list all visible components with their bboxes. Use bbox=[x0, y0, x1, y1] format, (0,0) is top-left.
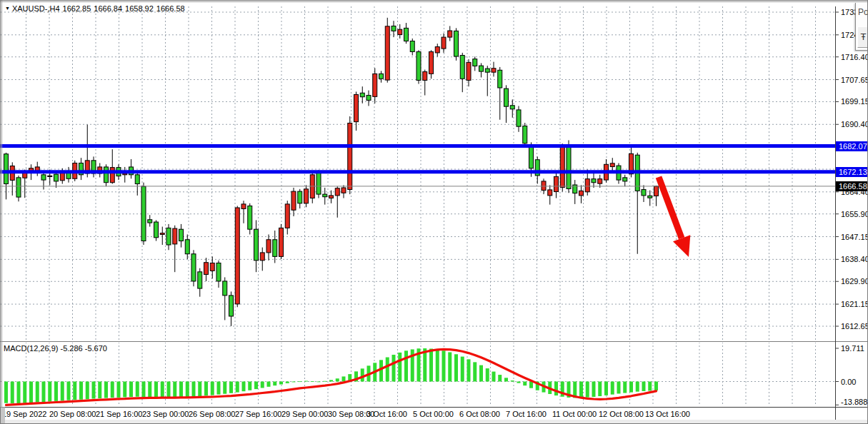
svg-text:1707.65: 1707.65 bbox=[841, 76, 868, 84]
svg-text:29 Sep 00:00: 29 Sep 00:00 bbox=[281, 410, 328, 418]
svg-text:19 Sep 2022: 19 Sep 2022 bbox=[2, 410, 46, 418]
quote-open: 1662.85 bbox=[63, 4, 91, 13]
svg-text:20 Sep 08:00: 20 Sep 08:00 bbox=[49, 410, 96, 418]
svg-text:1655.90: 1655.90 bbox=[841, 210, 868, 218]
chart-window: 1733.651724.901716.401707.651699.151690.… bbox=[0, 0, 868, 424]
symbol-dropdown-icon[interactable]: ▼ bbox=[5, 6, 10, 11]
quote-close: 1666.58 bbox=[156, 4, 185, 13]
svg-text:1699.15: 1699.15 bbox=[841, 97, 868, 106]
svg-text:3 Oct 16:00: 3 Oct 16:00 bbox=[366, 410, 407, 418]
scrollbar-corner bbox=[1, 407, 5, 424]
context-popup: Po Ŧ bbox=[855, 3, 868, 51]
svg-text:7 Oct 16:00: 7 Oct 16:00 bbox=[506, 410, 547, 418]
svg-text:6 Oct 08:00: 6 Oct 08:00 bbox=[459, 410, 500, 418]
svg-text:11 Oct 00:00: 11 Oct 00:00 bbox=[552, 410, 597, 418]
svg-text:-13.888: -13.888 bbox=[841, 398, 867, 406]
current-price-tag: 1666.58 bbox=[836, 181, 868, 191]
svg-text:1647.15: 1647.15 bbox=[841, 233, 868, 241]
svg-text:26 Sep 08:00: 26 Sep 08:00 bbox=[189, 410, 235, 418]
chart-title: ▼XAUUSD-,H41662.851666.841658.921666.58 bbox=[5, 4, 188, 13]
svg-text:1612.65: 1612.65 bbox=[841, 322, 868, 330]
popup-text: Po bbox=[858, 7, 868, 17]
quote-low: 1658.92 bbox=[125, 4, 154, 13]
chart-canvas[interactable]: 1733.651724.901716.401707.651699.151690.… bbox=[1, 1, 868, 424]
svg-text:1629.90: 1629.90 bbox=[841, 277, 868, 286]
svg-text:5 Oct 00:00: 5 Oct 00:00 bbox=[413, 410, 454, 418]
svg-text:0.00: 0.00 bbox=[841, 378, 856, 386]
symbol-timeframe-label: XAUUSD-,H4 bbox=[12, 4, 60, 13]
popup-button[interactable]: Ŧ bbox=[857, 26, 868, 48]
svg-text:1690.40: 1690.40 bbox=[841, 120, 868, 128]
svg-text:23 Sep 00:00: 23 Sep 00:00 bbox=[142, 410, 189, 418]
svg-text:1716.40: 1716.40 bbox=[841, 53, 868, 61]
svg-text:1621.15: 1621.15 bbox=[841, 300, 868, 308]
svg-text:12 Oct 08:00: 12 Oct 08:00 bbox=[599, 410, 644, 418]
svg-text:21 Sep 16:00: 21 Sep 16:00 bbox=[96, 410, 142, 418]
resistance-price-tag: 1682.07 bbox=[836, 141, 868, 151]
macd-indicator-label: MACD(12,26,9) -5.286 -5.670 bbox=[4, 344, 107, 353]
svg-text:13 Oct 16:00: 13 Oct 16:00 bbox=[645, 410, 690, 418]
svg-text:1638.40: 1638.40 bbox=[841, 255, 868, 263]
quote-high: 1666.84 bbox=[94, 4, 122, 13]
svg-text:27 Sep 16:00: 27 Sep 16:00 bbox=[235, 410, 281, 418]
svg-text:19.711: 19.711 bbox=[841, 344, 864, 353]
window-bottom-strip bbox=[1, 420, 868, 424]
support-price-tag: 1672.13 bbox=[836, 167, 868, 177]
